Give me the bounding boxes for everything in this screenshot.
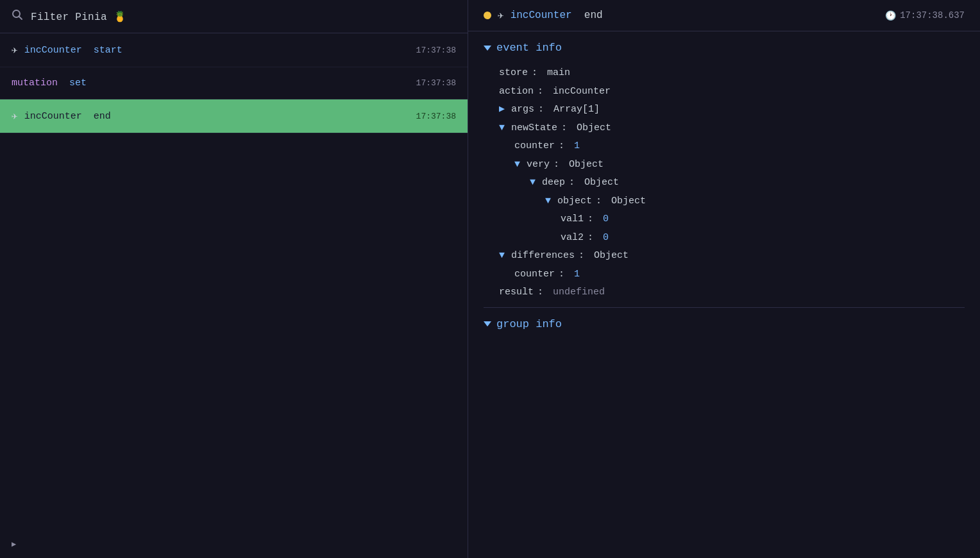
tree-args-key: args (511, 101, 534, 119)
very-expand-icon: ▼ (514, 156, 520, 174)
event-item-2-left: mutation set (12, 78, 87, 89)
header-timestamp: 17:37:38.637 (900, 10, 965, 21)
status-dot (484, 12, 491, 19)
event-info-section-header[interactable]: event info (484, 42, 965, 54)
event-item-3[interactable]: ✈ incCounter end 17:37:38 (0, 99, 468, 133)
event-label-2-suffix: set (69, 78, 87, 89)
svg-line-1 (19, 17, 22, 20)
tree-diff-counter-key: counter (514, 266, 555, 284)
tree-store-row: store : main (484, 64, 965, 83)
event-label-3-main: incCounter (24, 111, 82, 122)
event-info-tree: store : main action : incCounter ▶ args … (484, 64, 965, 302)
header-action-icon: ✈ (498, 9, 504, 22)
tree-val1-key: val1 (561, 210, 584, 229)
tree-store-value: main (547, 64, 570, 83)
tree-args-value: Array[1] (553, 101, 600, 119)
tree-action-value: incCounter (553, 83, 611, 101)
action-icon-3: ✈ (12, 110, 18, 123)
tree-val2-key: val2 (561, 229, 584, 248)
event-list: ✈ incCounter start 17:37:38 mutation set… (0, 33, 468, 530)
tree-newstate-key: newState (511, 119, 557, 138)
tree-very-key: very (527, 156, 550, 174)
event-item-1-left: ✈ incCounter start (12, 44, 122, 56)
tree-store-key: store (499, 64, 528, 83)
clock-icon: 🕐 (885, 10, 896, 21)
event-label-2: mutation set (12, 78, 87, 89)
group-info-section-header[interactable]: group info (484, 318, 965, 330)
right-header-title: incCounter end (511, 10, 603, 21)
tree-counter-row: counter : 1 (484, 137, 965, 156)
tree-object-row[interactable]: ▼ object : Object (484, 192, 965, 211)
tree-action-key: action (499, 83, 534, 101)
event-label-3: incCounter end (24, 111, 111, 122)
tree-val1-row: val1 : 0 (484, 210, 965, 229)
right-header: ✈ incCounter end 🕐 17:37:38.637 (468, 0, 980, 31)
left-collapse-arrow[interactable]: ▶ (0, 530, 468, 558)
group-info-section: group info (484, 318, 965, 330)
tree-newstate-row[interactable]: ▼ newState : Object (484, 119, 965, 138)
tree-very-row[interactable]: ▼ very : Object (484, 156, 965, 174)
tree-diff-counter-row: counter : 1 (484, 266, 965, 284)
event-label-1-suffix: start (94, 45, 122, 56)
event-item-1[interactable]: ✈ incCounter start 17:37:38 (0, 33, 468, 67)
tree-differences-key: differences (511, 247, 575, 266)
group-info-chevron-icon (484, 321, 491, 326)
action-icon-1: ✈ (12, 44, 18, 56)
tree-deep-row[interactable]: ▼ deep : Object (484, 174, 965, 192)
tree-object-key: object (557, 192, 592, 211)
search-bar[interactable]: Filter Pinia 🍍 (0, 0, 468, 33)
right-header-time: 🕐 17:37:38.637 (885, 10, 965, 21)
right-header-main: incCounter (511, 10, 572, 21)
tree-val2-row: val2 : 0 (484, 229, 965, 248)
right-header-left: ✈ incCounter end (484, 9, 603, 22)
search-placeholder: Filter Pinia 🍍 (31, 10, 126, 23)
args-expand-icon: ▶ (499, 101, 505, 119)
event-label-1: incCounter start (24, 45, 122, 56)
event-label-3-suffix: end (94, 111, 111, 122)
right-header-suffix: end (584, 10, 603, 21)
tree-counter-key: counter (514, 137, 555, 156)
section-divider (484, 307, 965, 308)
event-label-2-prefix: mutation (12, 78, 58, 89)
event-info-chevron-icon (484, 46, 491, 51)
tree-result-value: undefined (553, 283, 605, 302)
left-panel: Filter Pinia 🍍 ✈ incCounter start 17:37:… (0, 0, 468, 558)
event-info-label: event info (496, 42, 562, 54)
tree-result-row: result : undefined (484, 283, 965, 302)
differences-expand-icon: ▼ (499, 247, 505, 266)
tree-differences-value: Object (594, 247, 629, 266)
event-item-3-left: ✈ incCounter end (12, 110, 111, 123)
tree-action-row: action : incCounter (484, 83, 965, 101)
newstate-expand-icon: ▼ (499, 119, 505, 138)
object-expand-icon: ▼ (545, 192, 551, 211)
group-info-label: group info (496, 318, 562, 330)
tree-val2-value: 0 (603, 229, 609, 248)
right-panel: ✈ incCounter end 🕐 17:37:38.637 event in… (468, 0, 980, 558)
tree-very-value: Object (569, 156, 604, 174)
tree-args-row[interactable]: ▶ args : Array[1] (484, 101, 965, 119)
tree-object-value: Object (611, 192, 646, 211)
deep-expand-icon: ▼ (530, 174, 536, 192)
tree-diff-counter-value: 1 (574, 266, 580, 284)
event-label-1-main: incCounter (24, 45, 82, 56)
right-content: event info store : main action : incCoun… (468, 31, 980, 558)
search-icon (12, 9, 23, 24)
tree-newstate-value: Object (577, 119, 611, 138)
event-time-3: 17:37:38 (416, 112, 456, 121)
tree-val1-value: 0 (603, 210, 609, 229)
event-time-1: 17:37:38 (416, 46, 456, 55)
event-time-2: 17:37:38 (416, 78, 456, 88)
event-item-2[interactable]: mutation set 17:37:38 (0, 67, 468, 99)
tree-result-key: result (499, 283, 534, 302)
tree-differences-row[interactable]: ▼ differences : Object (484, 247, 965, 266)
tree-deep-key: deep (542, 174, 565, 192)
tree-deep-value: Object (584, 174, 619, 192)
tree-counter-value: 1 (574, 137, 580, 156)
